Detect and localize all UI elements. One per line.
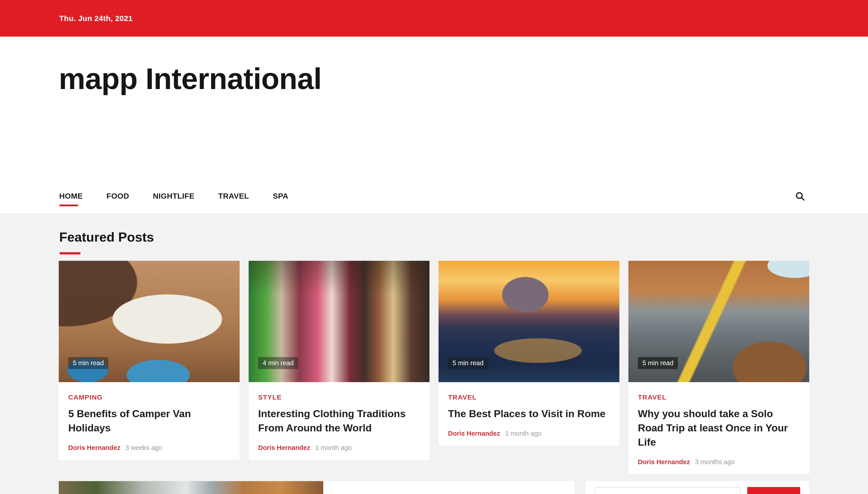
nav-item-travel[interactable]: TRAVEL (218, 192, 249, 201)
read-time-badge: 5 min read (68, 357, 108, 369)
post-author[interactable]: Doris Hernandez (448, 430, 500, 437)
post-image-rome[interactable]: 5 min read (438, 261, 619, 382)
topbar: Thu. Jun 24th, 2021 (0, 0, 868, 37)
sidebar-search-input[interactable] (595, 487, 740, 494)
search-icon (795, 191, 805, 201)
read-time-badge: 5 min read (448, 357, 488, 369)
post-image-camper-van[interactable]: 5 min read (59, 261, 240, 382)
nav-item-spa[interactable]: SPA (273, 192, 288, 201)
featured-post-card: 4 min read STYLE Interesting Clothing Tr… (249, 261, 430, 460)
post-category[interactable]: TRAVEL (448, 394, 477, 401)
post-category[interactable]: STYLE (258, 394, 282, 401)
featured-post-card: 5 min read TRAVEL The Best Places to Vis… (438, 261, 619, 446)
heading-underline (60, 252, 80, 254)
sidebar-search-row (595, 487, 800, 494)
post-category[interactable]: CAMPING (68, 394, 102, 401)
post-date: 1 month ago (315, 444, 352, 452)
post-card-body: TRAVEL Why you should take a Solo Road T… (628, 382, 809, 474)
sidebar-search-widget (585, 481, 809, 494)
post-image-traditional-clothing[interactable]: 4 min read (249, 261, 430, 382)
featured-post-card: 5 min read TRAVEL Why you should take a … (628, 261, 809, 474)
list-post-image[interactable] (59, 481, 323, 494)
post-title[interactable]: Interesting Clothing Traditions From Aro… (258, 406, 420, 435)
nav-item-nightlife[interactable]: NIGHTLIFE (153, 192, 194, 201)
main-navigation: HOME FOOD NIGHTLIFE TRAVEL SPA (0, 178, 868, 213)
masthead: mapp International (0, 37, 868, 178)
search-button[interactable] (795, 191, 805, 201)
post-date: 3 weeks ago (125, 444, 162, 452)
nav-item-home[interactable]: HOME (59, 192, 83, 201)
post-meta: Doris Hernandez 1 month ago (448, 430, 610, 437)
list-post-card (59, 481, 574, 494)
read-time-badge: 4 min read (258, 357, 298, 369)
post-title[interactable]: The Best Places to Visit in Rome (448, 406, 610, 421)
post-title[interactable]: 5 Benefits of Camper Van Holidays (68, 406, 230, 435)
post-meta: Doris Hernandez 1 month ago (258, 444, 420, 452)
post-date: 1 month ago (505, 430, 541, 437)
lower-section (59, 481, 809, 494)
featured-post-card: 5 min read CAMPING 5 Benefits of Camper … (59, 261, 240, 460)
read-time-badge: 5 min read (638, 357, 678, 369)
post-author[interactable]: Doris Hernandez (68, 444, 120, 452)
post-card-body: STYLE Interesting Clothing Traditions Fr… (249, 382, 430, 460)
featured-posts-heading: Featured Posts (59, 229, 868, 245)
post-date: 3 months ago (695, 458, 735, 466)
post-title[interactable]: Why you should take a Solo Road Trip at … (638, 406, 800, 449)
post-card-body: CAMPING 5 Benefits of Camper Van Holiday… (59, 382, 240, 460)
post-author[interactable]: Doris Hernandez (258, 444, 310, 452)
sidebar-search-submit-button[interactable] (747, 487, 800, 494)
post-author[interactable]: Doris Hernandez (638, 458, 690, 466)
post-meta: Doris Hernandez 3 months ago (638, 458, 800, 466)
page: Thu. Jun 24th, 2021 mapp International H… (0, 0, 868, 494)
featured-posts-grid: 5 min read CAMPING 5 Benefits of Camper … (59, 261, 809, 474)
content-area: Featured Posts 5 min read CAMPING 5 Bene… (0, 213, 868, 494)
site-title[interactable]: mapp International (59, 59, 330, 98)
post-image-road-trip[interactable]: 5 min read (628, 261, 809, 382)
topbar-date: Thu. Jun 24th, 2021 (59, 14, 133, 23)
post-category[interactable]: TRAVEL (638, 394, 666, 401)
post-meta: Doris Hernandez 3 weeks ago (68, 444, 230, 452)
nav-item-food[interactable]: FOOD (107, 192, 129, 201)
list-post-body (323, 481, 574, 494)
post-card-body: TRAVEL The Best Places to Visit in Rome … (438, 382, 619, 446)
